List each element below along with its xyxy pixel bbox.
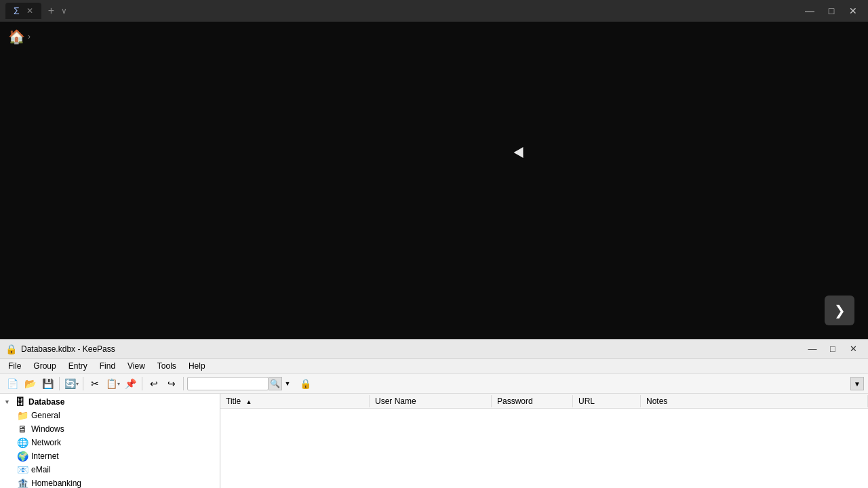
- tree-item-network[interactable]: 🌐 Network: [0, 436, 220, 449]
- col-header-notes[interactable]: Notes: [641, 395, 868, 407]
- cursor-area: [515, 149, 526, 159]
- tree-item-windows[interactable]: 🖥 Windows: [0, 422, 220, 436]
- toolbar-separator-1: [59, 377, 60, 390]
- tree-item-label: Homebanking: [31, 479, 81, 488]
- keepass-close-button[interactable]: ✕: [844, 342, 863, 356]
- toolbar-separator-3: [142, 377, 142, 390]
- col-header-title[interactable]: Title ▲: [220, 395, 370, 407]
- menu-find[interactable]: Find: [94, 360, 121, 372]
- toolbar-separator-2: [83, 377, 83, 390]
- toolbar-quick-access-button[interactable]: ▼: [850, 377, 864, 390]
- tree-item-email[interactable]: 📧 eMail: [0, 463, 220, 476]
- menu-help[interactable]: Help: [183, 360, 211, 372]
- sort-indicator: ▲: [246, 399, 252, 405]
- tab-dropdown-button[interactable]: ∨: [61, 6, 67, 16]
- search-options-button[interactable]: ▼: [282, 376, 293, 391]
- keepass-title-text: Database.kdbx - KeePass: [21, 344, 803, 354]
- toolbar-search-area: 🔍 ▼: [187, 376, 293, 391]
- col-header-url[interactable]: URL: [573, 395, 641, 407]
- terminal-tab[interactable]: Σ ✕: [5, 3, 41, 19]
- tree-item-database[interactable]: ▼ 🗄 Database: [0, 395, 220, 409]
- toolbar-new-button[interactable]: 📄: [4, 376, 20, 391]
- home-caret: ›: [28, 32, 31, 41]
- toolbar-lock-button[interactable]: 🔒: [297, 376, 313, 391]
- col-header-username[interactable]: User Name: [370, 395, 492, 407]
- keepass-content: Title ▲ User Name Password URL Notes: [220, 394, 868, 488]
- keepass-main: ▼ 🗄 Database 📁 General 🖥 Windows 🌐 Netwo…: [0, 394, 868, 488]
- menu-entry[interactable]: Entry: [63, 360, 93, 372]
- keepass-toolbar: 📄 📂 💾 🔄▾ ✂ 📋▾ 📌 ↩ ↪ 🔍 ▼ 🔒 ▼: [0, 374, 868, 394]
- tree-item-label: Internet: [31, 451, 59, 461]
- keepass-sidebar: ▼ 🗄 Database 📁 General 🖥 Windows 🌐 Netwo…: [0, 394, 220, 488]
- toolbar-paste-button[interactable]: 📌: [122, 376, 138, 391]
- terminal-tab-icon: Σ: [14, 5, 20, 16]
- tree-item-label: Network: [31, 438, 61, 447]
- keepass-menubar: File Group Entry Find View Tools Help: [0, 359, 868, 374]
- menu-tools[interactable]: Tools: [152, 360, 182, 372]
- menu-view[interactable]: View: [122, 360, 151, 372]
- windows-icon: 🖥: [16, 424, 28, 434]
- tab-add-button[interactable]: +: [44, 5, 58, 17]
- home-icon[interactable]: 🏠: [8, 28, 25, 45]
- tree-root-label: Database: [28, 397, 64, 407]
- keepass-titlebar: 🔒 Database.kdbx - KeePass — □ ✕: [0, 340, 868, 359]
- toolbar-cut-button[interactable]: ✂: [87, 376, 103, 391]
- keepass-title-icon: 🔒: [5, 344, 17, 354]
- tree-item-label: Windows: [31, 424, 64, 434]
- terminal-titlebar: Σ ✕ + ∨ — □ ✕: [0, 0, 868, 22]
- homebanking-icon: 🏦: [16, 478, 28, 488]
- terminal-window: Σ ✕ + ∨ — □ ✕ 🏠 › ❯: [0, 0, 868, 339]
- keepass-minimize-button[interactable]: —: [803, 342, 822, 356]
- next-button[interactable]: ❯: [825, 296, 854, 325]
- menu-group[interactable]: Group: [28, 360, 61, 372]
- general-folder-icon: 📁: [16, 410, 28, 421]
- network-icon: 🌐: [16, 437, 28, 448]
- email-icon: 📧: [16, 464, 28, 475]
- terminal-minimize-button[interactable]: —: [800, 4, 819, 18]
- tab-close-icon[interactable]: ✕: [26, 6, 33, 16]
- search-button[interactable]: 🔍: [269, 377, 282, 390]
- content-header: Title ▲ User Name Password URL Notes: [220, 394, 868, 409]
- toolbar-separator-4: [183, 377, 184, 390]
- toolbar-save-button[interactable]: 💾: [39, 376, 56, 391]
- tree-item-homebanking[interactable]: 🏦 Homebanking: [0, 476, 220, 488]
- keepass-maximize-button[interactable]: □: [823, 342, 842, 356]
- terminal-close-button[interactable]: ✕: [844, 4, 863, 18]
- tree-item-label: eMail: [31, 465, 51, 474]
- tree-item-internet[interactable]: 🌍 Internet: [0, 449, 220, 463]
- menu-file[interactable]: File: [3, 360, 26, 372]
- keepass-window: 🔒 Database.kdbx - KeePass — □ ✕ File Gro…: [0, 339, 868, 488]
- terminal-maximize-button[interactable]: □: [822, 4, 841, 18]
- database-icon: 🗄: [14, 396, 26, 407]
- home-icon-area: 🏠 ›: [8, 28, 31, 45]
- toolbar-redo-button[interactable]: ↪: [163, 376, 180, 391]
- tree-item-label: General: [31, 411, 60, 420]
- internet-icon: 🌍: [16, 451, 28, 462]
- keepass-window-controls: — □ ✕: [803, 342, 863, 356]
- tree-item-general[interactable]: 📁 General: [0, 409, 220, 422]
- mouse-cursor: [514, 147, 528, 161]
- toolbar-sync-button[interactable]: 🔄▾: [63, 376, 79, 391]
- col-header-password[interactable]: Password: [492, 395, 573, 407]
- terminal-body: 🏠 › ❯: [0, 22, 868, 339]
- search-input[interactable]: [187, 377, 269, 390]
- tree-expand-icon: ▼: [4, 399, 11, 405]
- terminal-window-controls: — □ ✕: [800, 4, 863, 18]
- toolbar-undo-button[interactable]: ↩: [146, 376, 162, 391]
- toolbar-open-button[interactable]: 📂: [22, 376, 38, 391]
- toolbar-copy-button[interactable]: 📋▾: [104, 376, 121, 391]
